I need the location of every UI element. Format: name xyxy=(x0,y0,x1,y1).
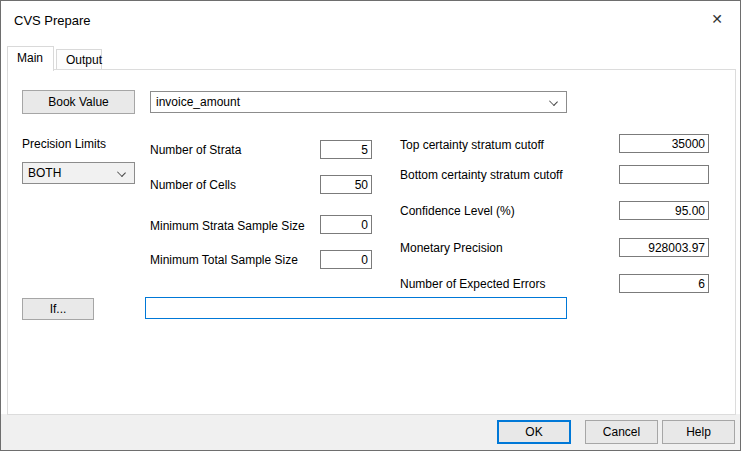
precision-limits-selected: BOTH xyxy=(28,166,61,180)
cvs-prepare-dialog: CVS Prepare ✕ Main Output Book Value inv… xyxy=(0,0,741,451)
top-certainty-stratum-cutoff-label: Top certainty stratum cutoff xyxy=(400,138,544,152)
number-of-expected-errors-label: Number of Expected Errors xyxy=(400,277,545,291)
chevron-down-icon xyxy=(549,97,558,106)
cancel-button[interactable]: Cancel xyxy=(585,420,658,444)
if-button[interactable]: If... xyxy=(22,298,94,320)
title-bar: CVS Prepare ✕ xyxy=(1,1,740,41)
if-expression-input[interactable] xyxy=(145,297,567,319)
footer-bar: OK Cancel Help xyxy=(1,414,740,450)
minimum-strata-sample-size-input[interactable] xyxy=(320,215,372,234)
number-of-strata-input[interactable] xyxy=(320,140,372,159)
ok-button[interactable]: OK xyxy=(497,420,571,444)
number-of-cells-input[interactable] xyxy=(320,175,372,194)
main-tab-panel: Book Value invoice_amount Precision Limi… xyxy=(7,69,736,415)
number-of-expected-errors-input[interactable] xyxy=(619,274,709,293)
confidence-level-input[interactable] xyxy=(619,201,709,220)
precision-limits-combobox[interactable]: BOTH xyxy=(22,162,135,184)
monetary-precision-label: Monetary Precision xyxy=(400,241,503,255)
help-button[interactable]: Help xyxy=(662,420,735,444)
number-of-cells-label: Number of Cells xyxy=(150,178,236,192)
chevron-down-icon xyxy=(117,168,126,177)
bottom-certainty-stratum-cutoff-label: Bottom certainty stratum cutoff xyxy=(400,168,563,182)
tab-output[interactable]: Output xyxy=(56,49,102,70)
number-of-strata-label: Number of Strata xyxy=(150,143,241,157)
top-certainty-stratum-cutoff-input[interactable] xyxy=(619,134,709,153)
minimum-strata-sample-size-label: Minimum Strata Sample Size xyxy=(150,219,305,233)
monetary-precision-input[interactable] xyxy=(619,238,709,257)
confidence-level-label: Confidence Level (%) xyxy=(400,204,515,218)
precision-limits-label: Precision Limits xyxy=(22,137,106,151)
close-icon: ✕ xyxy=(711,11,723,27)
close-button[interactable]: ✕ xyxy=(696,3,738,35)
book-value-combobox[interactable]: invoice_amount xyxy=(150,91,567,113)
window-title: CVS Prepare xyxy=(14,13,91,28)
minimum-total-sample-size-input[interactable] xyxy=(320,250,372,269)
minimum-total-sample-size-label: Minimum Total Sample Size xyxy=(150,253,298,267)
bottom-certainty-stratum-cutoff-input[interactable] xyxy=(619,165,709,184)
book-value-selected: invoice_amount xyxy=(156,95,240,109)
book-value-button[interactable]: Book Value xyxy=(22,90,135,114)
tab-main[interactable]: Main xyxy=(7,46,54,71)
